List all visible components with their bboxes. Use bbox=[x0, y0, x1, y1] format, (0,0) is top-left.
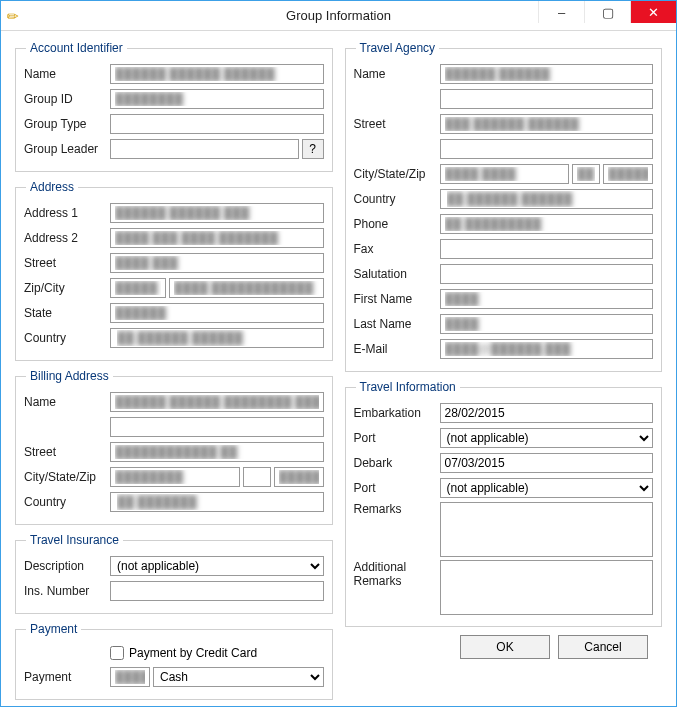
agency-country-select[interactable]: ██ ██████ ██████ bbox=[440, 189, 654, 209]
billing-address-group: Billing Address Name Street City/State/Z… bbox=[15, 369, 333, 525]
addl-remarks-textarea[interactable] bbox=[440, 560, 654, 615]
name-input[interactable] bbox=[110, 64, 324, 84]
port1-label: Port bbox=[354, 431, 440, 445]
address-group: Address Address 1 Address 2 Street Zip/C… bbox=[15, 180, 333, 361]
billing-city-input[interactable] bbox=[110, 467, 240, 487]
billing-name-input[interactable] bbox=[110, 392, 324, 412]
group-id-input[interactable] bbox=[110, 89, 324, 109]
agency-email-label: E-Mail bbox=[354, 342, 440, 356]
agency-name-label: Name bbox=[354, 67, 440, 81]
agency-email-input[interactable] bbox=[440, 339, 654, 359]
footer-buttons: OK Cancel bbox=[345, 635, 663, 659]
agency-zip-input[interactable] bbox=[603, 164, 653, 184]
agency-fax-label: Fax bbox=[354, 242, 440, 256]
agency-city-input[interactable] bbox=[440, 164, 570, 184]
ins-num-label: Ins. Number bbox=[24, 584, 110, 598]
agency-first-label: First Name bbox=[354, 292, 440, 306]
billing-street-label: Street bbox=[24, 445, 110, 459]
address2-label: Address 2 bbox=[24, 231, 110, 245]
agency-first-input[interactable] bbox=[440, 289, 654, 309]
agency-name-input[interactable] bbox=[440, 64, 654, 84]
maximize-button[interactable]: ▢ bbox=[584, 1, 630, 23]
port2-select[interactable]: (not applicable) bbox=[440, 478, 654, 498]
billing-country-select[interactable]: ██ ███████ bbox=[110, 492, 324, 512]
travel-agency-group: Travel Agency Name Street City/State/Zip bbox=[345, 41, 663, 372]
left-column: Account Identifier Name Group ID Group T… bbox=[15, 41, 333, 707]
billing-name-label: Name bbox=[24, 395, 110, 409]
ins-desc-select[interactable]: (not applicable) bbox=[110, 556, 324, 576]
addl-remarks-label: Additional Remarks bbox=[354, 560, 440, 588]
zip-input[interactable] bbox=[110, 278, 166, 298]
agency-street-label: Street bbox=[354, 117, 440, 131]
ins-desc-label: Description bbox=[24, 559, 110, 573]
agency-csz-label: City/State/Zip bbox=[354, 167, 440, 181]
address2-input[interactable] bbox=[110, 228, 324, 248]
group-leader-label: Group Leader bbox=[24, 142, 110, 156]
travel-information-group: Travel Information Embarkation Port (not… bbox=[345, 380, 663, 627]
agency-street-input[interactable] bbox=[440, 114, 654, 134]
zipcity-label: Zip/City bbox=[24, 281, 110, 295]
agency-street2-input[interactable] bbox=[440, 139, 654, 159]
embark-input[interactable] bbox=[440, 403, 654, 423]
group-id-label: Group ID bbox=[24, 92, 110, 106]
group-type-label: Group Type bbox=[24, 117, 110, 131]
account-identifier-group: Account Identifier Name Group ID Group T… bbox=[15, 41, 333, 172]
payment-legend: Payment bbox=[26, 622, 81, 636]
billing-csz-label: City/State/Zip bbox=[24, 470, 110, 484]
payment-select[interactable]: Cash bbox=[153, 667, 324, 687]
debark-input[interactable] bbox=[440, 453, 654, 473]
window-buttons: – ▢ ✕ bbox=[538, 1, 676, 23]
titlebar: ✎ Group Information – ▢ ✕ bbox=[1, 1, 676, 31]
address-legend: Address bbox=[26, 180, 78, 194]
insurance-legend: Travel Insurance bbox=[26, 533, 123, 547]
billing-street-input[interactable] bbox=[110, 442, 324, 462]
address1-input[interactable] bbox=[110, 203, 324, 223]
agency-salutation-input[interactable] bbox=[440, 264, 654, 284]
port1-select[interactable]: (not applicable) bbox=[440, 428, 654, 448]
state-label: State bbox=[24, 306, 110, 320]
embark-label: Embarkation bbox=[354, 406, 440, 420]
billing-name2-input[interactable] bbox=[110, 417, 324, 437]
close-button[interactable]: ✕ bbox=[630, 1, 676, 23]
ins-num-input[interactable] bbox=[110, 581, 324, 601]
group-type-input[interactable] bbox=[110, 114, 324, 134]
agency-last-input[interactable] bbox=[440, 314, 654, 334]
remarks-textarea[interactable] bbox=[440, 502, 654, 557]
name-label: Name bbox=[24, 67, 110, 81]
payment-code-input[interactable] bbox=[110, 667, 150, 687]
payment-group: Payment Payment by Credit Card Payment C… bbox=[15, 622, 333, 700]
payment-cc-checkbox[interactable] bbox=[110, 646, 124, 660]
app-icon: ✎ bbox=[7, 8, 23, 24]
state-input[interactable] bbox=[110, 303, 324, 323]
agency-fax-input[interactable] bbox=[440, 239, 654, 259]
billing-legend: Billing Address bbox=[26, 369, 113, 383]
travel-insurance-group: Travel Insurance Description (not applic… bbox=[15, 533, 333, 614]
ok-button[interactable]: OK bbox=[460, 635, 550, 659]
right-column: Travel Agency Name Street City/State/Zip bbox=[345, 41, 663, 707]
group-leader-lookup-button[interactable]: ? bbox=[302, 139, 324, 159]
agency-phone-label: Phone bbox=[354, 217, 440, 231]
agency-phone-input[interactable] bbox=[440, 214, 654, 234]
billing-state-input[interactable] bbox=[243, 467, 271, 487]
minimize-button[interactable]: – bbox=[538, 1, 584, 23]
agency-name2-input[interactable] bbox=[440, 89, 654, 109]
agency-last-label: Last Name bbox=[354, 317, 440, 331]
account-identifier-legend: Account Identifier bbox=[26, 41, 127, 55]
travel-info-legend: Travel Information bbox=[356, 380, 460, 394]
cancel-button[interactable]: Cancel bbox=[558, 635, 648, 659]
agency-state-input[interactable] bbox=[572, 164, 600, 184]
agency-legend: Travel Agency bbox=[356, 41, 440, 55]
port2-label: Port bbox=[354, 481, 440, 495]
billing-country-label: Country bbox=[24, 495, 110, 509]
billing-zip-input[interactable] bbox=[274, 467, 324, 487]
payment-cc-label: Payment by Credit Card bbox=[129, 646, 257, 660]
group-leader-input[interactable] bbox=[110, 139, 299, 159]
remarks-label: Remarks bbox=[354, 502, 440, 516]
city-input[interactable] bbox=[169, 278, 324, 298]
agency-country-label: Country bbox=[354, 192, 440, 206]
payment-label: Payment bbox=[24, 670, 110, 684]
debark-label: Debark bbox=[354, 456, 440, 470]
country-select[interactable]: ██ ██████ ██████ bbox=[110, 328, 324, 348]
agency-salutation-label: Salutation bbox=[354, 267, 440, 281]
street-input[interactable] bbox=[110, 253, 324, 273]
